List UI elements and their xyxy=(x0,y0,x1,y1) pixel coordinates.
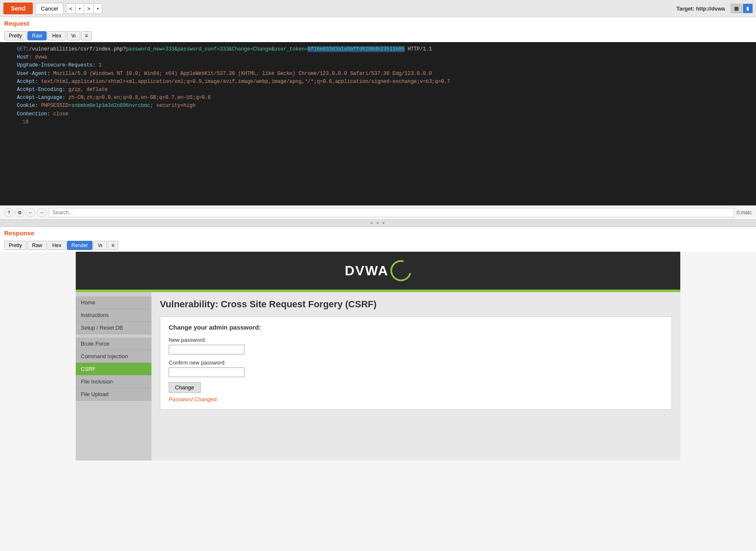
line-number: 2 xyxy=(20,53,29,61)
line-number: 1 xyxy=(20,45,29,53)
tab-newline[interactable]: \n xyxy=(67,31,80,40)
dvwa-content-area: HomeInstructionsSetup / Reset DBBrute Fo… xyxy=(76,292,680,460)
resize-divider[interactable]: • • • xyxy=(0,219,756,227)
main-container: Request Pretty Raw Hex \n ≡ 1GET /vulner… xyxy=(0,17,756,551)
nav-fwd-down-icon: ▾ xyxy=(97,6,99,11)
request-line: 2Host: dvwa xyxy=(17,53,753,61)
nav-separator xyxy=(76,334,151,338)
change-button[interactable]: Change xyxy=(169,382,201,393)
nav-back-icon: < xyxy=(69,5,73,12)
nav-back-down-button[interactable]: ▾ xyxy=(76,4,84,13)
cancel-button[interactable]: Cancel xyxy=(35,3,63,14)
tab-raw[interactable]: Raw xyxy=(27,31,47,40)
line-content: User-Agent: Mozilla/5.0 (Windows NT 10.0… xyxy=(17,70,432,78)
resp-tab-render[interactable]: Render xyxy=(67,241,93,250)
request-line: 8Cookie: PHPSESSID=snbmkm9e1p1m3d2o896nv… xyxy=(17,102,753,110)
request-line: 1GET /vulnerabilities/csrf/index.php?pas… xyxy=(17,45,753,53)
new-password-input[interactable] xyxy=(169,345,244,354)
dvwa-main: Vulnerability: Cross Site Request Forger… xyxy=(151,292,680,460)
dvwa-logo-circle xyxy=(386,256,415,285)
response-panel: Response Pretty Raw Hex Render \n ≡ DVWA… xyxy=(0,227,756,551)
dvwa-header: DVWA xyxy=(76,252,680,290)
line-number: 12 xyxy=(20,118,29,126)
dvwa-page-title: Vulnerability: Cross Site Request Forger… xyxy=(160,299,672,310)
send-button[interactable]: Send xyxy=(3,3,33,14)
request-header: Request xyxy=(0,17,756,29)
request-line: 9Connection: close xyxy=(17,110,753,118)
dvwa-form-box: Change your admin password: New password… xyxy=(160,317,672,410)
tab-menu[interactable]: ≡ xyxy=(81,31,92,40)
line-number: 6 xyxy=(20,86,29,94)
layout-buttons: ▦ ▮ xyxy=(731,4,753,13)
line-content: GET /vulnerabilities/csrf/index.php?pass… xyxy=(17,45,432,53)
line-number: 8 xyxy=(20,102,29,110)
resp-tab-hex[interactable]: Hex xyxy=(48,241,66,250)
request-editor[interactable]: 1GET /vulnerabilities/csrf/index.php?pas… xyxy=(0,42,756,205)
dvwa-logo-text: DVWA xyxy=(345,263,389,279)
resp-tab-raw[interactable]: Raw xyxy=(27,241,47,250)
search-bar: ? ⚙ ← → 0 matc xyxy=(0,205,756,219)
new-password-label: New password: xyxy=(169,337,663,343)
settings-icon-button[interactable]: ⚙ xyxy=(15,208,24,217)
resp-tab-newline[interactable]: \n xyxy=(93,241,107,250)
confirm-password-input[interactable] xyxy=(169,367,244,377)
search-input[interactable] xyxy=(49,208,734,217)
layout-grid-button[interactable]: ▦ xyxy=(731,4,742,13)
sidebar-item-instructions[interactable]: Instructions xyxy=(76,309,151,322)
top-toolbar: Send Cancel < ▾ > ▾ Target: http://dvwa … xyxy=(0,0,756,17)
response-title: Response xyxy=(4,229,752,237)
sidebar-item-file-upload[interactable]: File Upload xyxy=(76,388,151,401)
confirm-password-label: Confirm new password: xyxy=(169,359,663,366)
tab-pretty[interactable]: Pretty xyxy=(4,31,27,40)
nav-back-button[interactable]: < xyxy=(66,4,76,13)
divider-dots: • • • xyxy=(371,219,386,227)
line-content: Accept-Encoding: gzip, deflate xyxy=(17,86,108,94)
response-tab-bar: Pretty Raw Hex Render \n ≡ xyxy=(0,239,756,252)
line-number: 4 xyxy=(20,70,29,78)
sidebar-item-setup-/-reset-db[interactable]: Setup / Reset DB xyxy=(76,322,151,334)
line-content: Upgrade-Insecure-Requests: 1 xyxy=(17,61,102,69)
request-panel: Request Pretty Raw Hex \n ≡ 1GET /vulner… xyxy=(0,17,756,219)
response-rendered[interactable]: DVWA HomeInstructionsSetup / Reset DBBru… xyxy=(0,252,756,551)
tab-hex[interactable]: Hex xyxy=(48,31,66,40)
password-changed-message: Password Changed. xyxy=(169,396,663,402)
layout-panel-button[interactable]: ▮ xyxy=(743,4,753,13)
nav-fwd-button[interactable]: > xyxy=(84,4,94,13)
nav-back-down-icon: ▾ xyxy=(79,6,81,11)
sidebar-item-home[interactable]: Home xyxy=(76,296,151,309)
line-number: 7 xyxy=(20,94,29,102)
request-line: 4User-Agent: Mozilla/5.0 (Windows NT 10.… xyxy=(17,70,753,78)
search-prev-button[interactable]: ← xyxy=(26,208,35,217)
request-tab-bar: Pretty Raw Hex \n ≡ xyxy=(0,29,756,42)
nav-group: < ▾ > ▾ xyxy=(66,3,102,14)
request-title: Request xyxy=(4,20,752,27)
sidebar-item-brute-force[interactable]: Brute Force xyxy=(76,338,151,350)
response-header: Response xyxy=(0,227,756,239)
dvwa-sidebar: HomeInstructionsSetup / Reset DBBrute Fo… xyxy=(76,292,151,460)
sidebar-item-csrf[interactable]: CSRF xyxy=(76,363,151,375)
line-content: Accept-Language: zh-CN,zh;q=0.9,en;q=0.8… xyxy=(17,94,211,102)
line-number: 3 xyxy=(20,61,29,69)
target-label: Target: http://dvwa xyxy=(676,5,725,12)
sidebar-item-command-injection[interactable]: Command Injection xyxy=(76,350,151,363)
form-box-title: Change your admin password: xyxy=(169,324,663,331)
request-line: 7Accept-Language: zh-CN,zh;q=0.9,en;q=0.… xyxy=(17,94,753,102)
request-line: 6Accept-Encoding: gzip, deflate xyxy=(17,86,753,94)
nav-fwd-icon: > xyxy=(87,5,90,12)
line-content: Accept: text/html,application/xhtml+xml,… xyxy=(17,78,450,86)
nav-fwd-down-button[interactable]: ▾ xyxy=(94,4,102,13)
line-number: 5 xyxy=(20,78,29,86)
help-icon-button[interactable]: ? xyxy=(4,208,13,217)
request-line: 3Upgrade-Insecure-Requests: 1 xyxy=(17,61,753,69)
resp-tab-pretty[interactable]: Pretty xyxy=(4,241,27,250)
resp-tab-menu[interactable]: ≡ xyxy=(108,241,118,250)
line-number: 9 xyxy=(20,110,29,118)
search-next-button[interactable]: → xyxy=(37,208,46,217)
search-icons: ? ⚙ ← → xyxy=(4,208,46,217)
sidebar-item-file-inclusion[interactable]: File Inclusion xyxy=(76,375,151,388)
request-line: 5Accept: text/html,application/xhtml+xml… xyxy=(17,78,753,86)
line-content: Cookie: PHPSESSID=snbmkm9e1p1m3d2o896nvr… xyxy=(17,102,196,110)
match-count: 0 matc xyxy=(737,210,752,216)
